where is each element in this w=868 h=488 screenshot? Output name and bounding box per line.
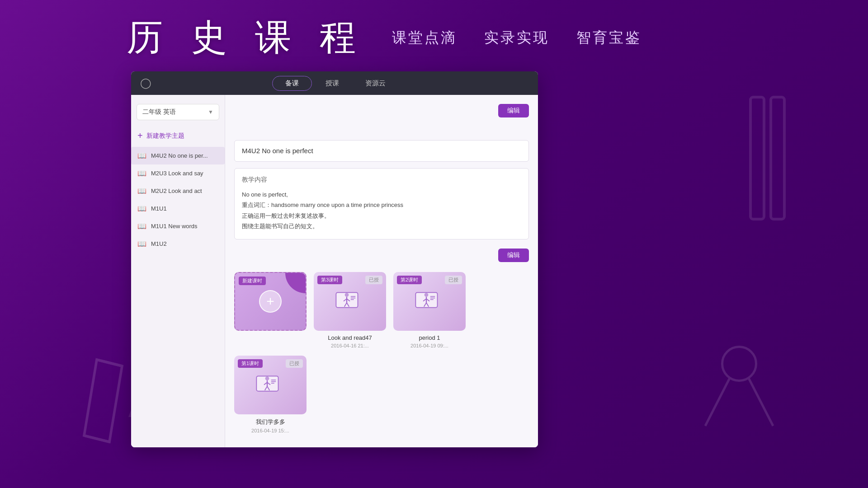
lesson-card-3[interactable]: 第3课时 已授: [314, 272, 386, 348]
svg-rect-7: [750, 97, 764, 219]
sidebar-item-label-5: M1U1 New words: [151, 223, 198, 230]
new-badge: 新建课时: [239, 277, 266, 285]
content-section-title: 教学内容: [242, 176, 521, 184]
lesson3-badge: 第3课时: [317, 276, 342, 284]
lesson1-title: 我们学多多: [234, 418, 307, 426]
lesson2-taught-badge: 已授: [445, 276, 462, 284]
svg-point-29: [265, 376, 269, 380]
content-box: 教学内容 No one is perfect, 重点词汇：handsome ma…: [234, 168, 529, 239]
sidebar-item-2[interactable]: 📖 M2U3 Look and say: [131, 164, 225, 182]
content-area: 二年级 英语 ▼ + 新建教学主题 📖 M4U2 No one is per..…: [131, 95, 538, 447]
sidebar-item-label-4: M1U1: [151, 205, 167, 212]
sidebar-item-label-6: M1U2: [151, 240, 167, 247]
lesson-card-2-inner: 第2课时 已授: [393, 272, 466, 331]
dropdown-arrow-icon: ▼: [208, 109, 213, 115]
book-icon-2: 📖: [137, 169, 146, 178]
lesson-card-1[interactable]: 第1课时 已授: [234, 356, 307, 433]
edit-button-1[interactable]: 编辑: [498, 104, 529, 117]
main-container: ◯ 备课 授课 资源云 二年级 英语 ▼ + 新建教学主题 📖 M4U2 No …: [131, 71, 538, 447]
main-content: 编辑 M4U2 No one is perfect 教学内容 No one is…: [225, 95, 538, 447]
tab-shouke[interactable]: 授课: [313, 76, 352, 90]
lesson-title-text: M4U2 No one is perfect: [242, 147, 313, 155]
sidebar-item-label-3: M2U2 Look and act: [151, 188, 202, 194]
book-icon-4: 📖: [137, 204, 146, 213]
sidebar: 二年级 英语 ▼ + 新建教学主题 📖 M4U2 No one is per..…: [131, 95, 225, 447]
lesson3-date: 2016-04-16 21:...: [314, 343, 386, 348]
content-line-3: 正确运用一般过去时来复述故事。: [242, 211, 521, 221]
lesson-title-box: M4U2 No one is perfect: [234, 140, 529, 162]
content-line-2: 重点词汇：handsome marry once upon a time pri…: [242, 200, 521, 210]
sidebar-item-label-2: M2U3 Look and say: [151, 170, 203, 177]
lesson-card-2[interactable]: 第2课时 已授: [393, 272, 466, 348]
sidebar-item-4[interactable]: 📖 M1U1: [131, 200, 225, 217]
svg-line-4: [705, 377, 730, 426]
svg-line-2: [97, 360, 122, 366]
lesson3-title: Look and read47: [314, 334, 386, 341]
page-title: 历 史 课 程: [127, 14, 365, 62]
plus-icon: +: [137, 131, 143, 141]
lesson1-date: 2016-04-19 15:...: [234, 428, 307, 433]
teacher-icon-2: [414, 289, 445, 314]
content-line-4: 围绕主题能书写自己的短文。: [242, 221, 521, 231]
add-icon: +: [259, 290, 282, 313]
lesson1-badge: 第1课时: [238, 359, 263, 368]
lesson3-taught-badge: 已授: [365, 276, 382, 284]
user-icon[interactable]: ◯: [140, 77, 151, 89]
svg-line-1: [84, 436, 109, 442]
new-topic-label: 新建教学主题: [146, 132, 184, 140]
lesson-card-1-inner: 第1课时 已授: [234, 356, 307, 414]
svg-point-9: [345, 293, 349, 297]
subtitle-3: 智育宝鉴: [576, 28, 642, 48]
svg-point-19: [425, 293, 429, 297]
lesson-card-3-inner: 第3课时 已授: [314, 272, 386, 331]
tab-group: 备课 授课 资源云: [272, 76, 398, 91]
new-lesson-card[interactable]: 新建课时 +: [234, 272, 307, 348]
header-subtitles: 课堂点滴 实录实现 智育宝鉴: [392, 28, 642, 48]
lesson2-date: 2016-04-19 09:...: [393, 343, 466, 348]
lesson1-taught-badge: 已授: [286, 359, 303, 368]
content-text: No one is perfect, 重点词汇：handsome marry o…: [242, 189, 521, 232]
sidebar-item-3[interactable]: 📖 M2U2 Look and act: [131, 182, 225, 200]
grade-selector[interactable]: 二年级 英语 ▼: [137, 104, 219, 120]
tab-ziyuan[interactable]: 资源云: [353, 76, 398, 90]
svg-rect-6: [771, 97, 784, 219]
edit-button-2[interactable]: 编辑: [498, 249, 529, 262]
lesson2-badge: 第2课时: [397, 276, 422, 284]
book-icon-5: 📖: [137, 222, 146, 230]
new-card-inner: 新建课时 +: [234, 272, 307, 331]
svg-marker-0: [84, 360, 122, 442]
svg-point-3: [722, 347, 756, 381]
sidebar-item-label-1: M4U2 No one is per...: [151, 152, 208, 159]
sidebar-item-5[interactable]: 📖 M1U1 New words: [131, 217, 225, 235]
header: 历 史 课 程 课堂点滴 实录实现 智育宝鉴: [0, 0, 868, 71]
tab-beike[interactable]: 备课: [272, 76, 312, 91]
top-bar: ◯ 备课 授课 资源云: [131, 71, 538, 95]
new-topic-button[interactable]: + 新建教学主题: [131, 127, 225, 145]
lesson2-title: period 1: [393, 334, 466, 341]
book-icon-6: 📖: [137, 239, 146, 248]
sidebar-item-1[interactable]: 📖 M4U2 No one is per...: [131, 147, 225, 164]
sidebar-item-6[interactable]: 📖 M1U2: [131, 235, 225, 253]
content-line-1: No one is perfect,: [242, 189, 521, 200]
teacher-icon-3: [334, 289, 366, 314]
book-icon-3: 📖: [137, 187, 146, 195]
subtitle-2: 实录实现: [484, 28, 549, 48]
subtitle-1: 课堂点滴: [392, 28, 457, 48]
svg-line-5: [748, 377, 773, 426]
grade-text: 二年级 英语: [142, 108, 176, 116]
book-icon-1: 📖: [137, 151, 146, 160]
teacher-icon-1: [255, 372, 286, 397]
lessons-grid: 新建课时 + 第3课时 已授: [234, 272, 529, 433]
